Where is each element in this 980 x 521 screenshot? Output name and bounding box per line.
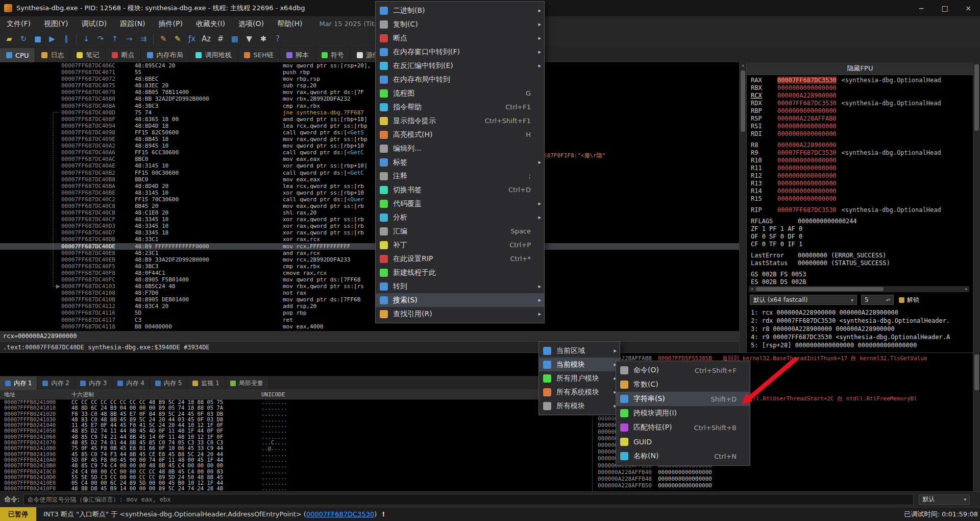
call-argument[interactable]: 3: r8 000000A228900000 000000A228900000: [751, 325, 970, 333]
restart-icon[interactable]: ↻: [17, 33, 30, 45]
menubar-item[interactable]: 插件(P): [152, 16, 189, 31]
animate-icon[interactable]: ⇉: [137, 33, 150, 45]
patch-icon[interactable]: ✎: [157, 33, 170, 45]
tab-脚本[interactable]: 脚本: [280, 48, 315, 62]
submenu-item-constant[interactable]: 常数(C): [616, 377, 750, 392]
scroll-left-icon[interactable]: ◂: [749, 286, 755, 292]
menu-item-toggle-bookmark[interactable]: 切换书签Ctrl+D: [376, 183, 544, 197]
dump-tab-内存 5[interactable]: 内存 5: [150, 376, 187, 390]
dump-tab-内存 1[interactable]: 内存 1: [0, 376, 37, 390]
dump-row[interactable]: 00007FFFB024108075 0F 45 F8 0B 45 E8 01 …: [0, 445, 593, 451]
command-profile-select[interactable]: 默认 ▾: [919, 494, 970, 505]
stack-row[interactable]: 000000A228AFFB480000000000000000: [594, 476, 973, 482]
register-line[interactable]: LastStatus00000000 (STATUS_SUCCESS): [751, 259, 970, 267]
scrollbar-thumb[interactable]: [756, 287, 884, 291]
menu-item-follow-in-memory-map[interactable]: 在内存布局中转到: [376, 73, 544, 86]
menu-item-comment[interactable]: 注释;: [376, 169, 544, 183]
register-line[interactable]: RBP0000000000000000: [751, 107, 970, 115]
submenu-item-pattern[interactable]: 匹配特征(P)Ctrl+Shift+B: [616, 420, 750, 435]
submenu-item-current-region[interactable]: 当前区域▸: [539, 344, 620, 358]
submenu-item-all-system-modules[interactable]: 所有系统模块▸: [539, 385, 620, 399]
tab-日志[interactable]: 日志: [35, 48, 70, 62]
register-line[interactable]: RSP000000A228AFFAB8: [751, 115, 970, 123]
register-line[interactable]: R110000000000000000: [751, 164, 970, 172]
register-line[interactable]: OF 0 SF 0 DF 0: [751, 233, 970, 241]
dump-row[interactable]: 00007FFFB024101048 8D 6C 24 B9 04 00 00 …: [0, 405, 593, 411]
run-to-cursor-icon[interactable]: →: [122, 33, 136, 45]
tab-内存布局[interactable]: 内存布局: [141, 48, 189, 62]
menu-item-goto[interactable]: 转到▸: [376, 279, 544, 293]
label-hash-icon[interactable]: #: [214, 33, 227, 45]
register-line[interactable]: RCX000000A228900000: [751, 92, 970, 100]
register-line[interactable]: RBX0000000000000000: [751, 84, 970, 92]
dump-tab-内存 2[interactable]: 内存 2: [37, 376, 75, 390]
menu-item-follow-in-dump[interactable]: 在内存窗口中转到(F)▸: [376, 45, 544, 59]
run-icon[interactable]: ▶: [45, 33, 59, 45]
highlight-icon[interactable]: ✎: [171, 33, 184, 45]
step-out-icon[interactable]: ↑: [108, 33, 121, 45]
tab-符号[interactable]: 符号: [315, 48, 351, 62]
unlock-toggle[interactable]: 解锁: [899, 296, 919, 304]
help-icon[interactable]: ?: [271, 33, 284, 45]
tab-调用堆栈[interactable]: 调用堆栈: [189, 48, 238, 62]
tab-断点[interactable]: 断点: [106, 48, 141, 62]
register-line[interactable]: RSI0000000000000000: [751, 123, 970, 130]
submenu-item-all-user-modules[interactable]: 所有用户模块▸: [539, 371, 620, 385]
menubar-item[interactable]: 调试(D): [75, 16, 113, 31]
register-line[interactable]: RDI0000000000000000: [751, 130, 970, 138]
call-argument[interactable]: 1: rcx 000000A228900000 000000A228900000: [751, 309, 970, 317]
menu-item-create-thread-here[interactable]: 新建线程于此: [376, 266, 544, 279]
submenu-item-string-references[interactable]: 字符串(S)Shift+D: [616, 392, 750, 406]
register-line[interactable]: RIP00007FF687DC3530<synthesia-dbg.Option…: [751, 206, 970, 214]
register-line[interactable]: R140000000000000000: [751, 187, 970, 195]
menubar-item[interactable]: 选项(O): [232, 16, 271, 31]
menubar-item[interactable]: 文件(F): [0, 16, 37, 31]
menubar-item[interactable]: 视图(Y): [37, 16, 75, 31]
menubar-item[interactable]: 跟踪(N): [113, 16, 152, 31]
tab-SEH链[interactable]: SEH链: [238, 48, 280, 62]
call-argument[interactable]: 2: rdx 00007FF687DC3530 <synthesia-dbg.O…: [751, 317, 970, 325]
menu-item-edit-columns[interactable]: 编辑列...: [376, 141, 544, 155]
scrollbar-thumb[interactable]: [741, 70, 745, 132]
scroll-right-icon[interactable]: ▸: [963, 286, 969, 292]
step-over-icon[interactable]: ↷: [94, 33, 107, 45]
open-file-icon[interactable]: ▰: [3, 33, 16, 45]
menu-item-assemble[interactable]: 汇编Space: [376, 224, 544, 238]
register-line[interactable]: RAX00007FF687DC3530<synthesia-dbg.Option…: [751, 77, 970, 84]
menu-item-binary[interactable]: 二进制(B)▸: [376, 4, 544, 17]
entry-point-address-link[interactable]: 00007FF687DC3530: [306, 510, 374, 518]
register-line[interactable]: GS 002B FS 0053: [751, 271, 970, 278]
register-line[interactable]: CF 0 TF 0 IF 1: [751, 241, 970, 248]
close-icon[interactable]: ×: [957, 0, 980, 16]
register-line[interactable]: LastError00000000 (ERROR_SUCCESS): [751, 252, 970, 259]
settings-icon[interactable]: ✱: [257, 33, 270, 45]
memory-map-icon[interactable]: ▦: [228, 33, 241, 45]
menu-item-search[interactable]: 搜索(S)▸: [376, 293, 544, 307]
stack-scrollbar[interactable]: [973, 352, 980, 491]
dump-tab-局部变量[interactable]: 局部变量: [225, 376, 269, 390]
menu-item-find-references[interactable]: 查找引用(R)▸: [376, 307, 544, 321]
stop-icon[interactable]: ■: [31, 33, 44, 45]
submenu-item-all-modules[interactable]: 所有模块▸: [539, 399, 620, 413]
tab-CPU[interactable]: CPU: [0, 48, 35, 62]
register-line[interactable]: R100000000000000000: [751, 157, 970, 164]
register-line[interactable]: ZF 1 PF 1 AF 0: [751, 225, 970, 233]
save-icon[interactable]: ▼: [242, 33, 256, 45]
menu-item-analysis[interactable]: 分析▸: [376, 210, 544, 224]
pause-icon[interactable]: ∥: [60, 33, 73, 45]
menu-item-follow-in-disassembler[interactable]: 在反汇编中转到(E)▸: [376, 59, 544, 73]
register-line[interactable]: R900007FF687DC3530<synthesia-dbg.Optiona…: [751, 149, 970, 157]
menu-item-code-coverage[interactable]: 代码覆盖▸: [376, 197, 544, 210]
submenu-item-current-module[interactable]: 当前模块▸: [539, 358, 620, 371]
assemble-fx-icon[interactable]: ƒx: [185, 33, 199, 45]
register-line[interactable]: RDX00007FF687DC3530<synthesia-dbg.Option…: [751, 100, 970, 107]
tab-笔记[interactable]: 笔记: [70, 48, 106, 62]
menu-item-graph[interactable]: 流程图G: [376, 86, 544, 100]
text-az-icon[interactable]: Az: [200, 33, 213, 45]
hide-fpu-button[interactable]: 隐藏FPU: [747, 62, 973, 75]
register-line[interactable]: R150000000000000000: [751, 195, 970, 203]
dump-tab-监视 1[interactable]: 监视 1: [187, 376, 225, 390]
scrollbar-thumb[interactable]: [974, 354, 979, 390]
register-line[interactable]: ES 002B DS 002B: [751, 278, 970, 286]
submenu-item-intermodular-calls[interactable]: 跨模块调用(I): [616, 406, 750, 420]
